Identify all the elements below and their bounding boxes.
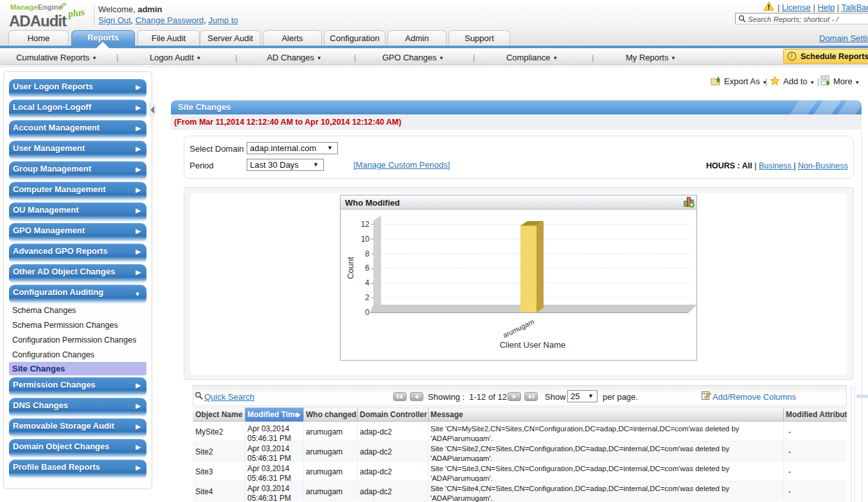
svg-text:6: 6 — [365, 264, 369, 273]
svg-text:Client User Name: Client User Name — [500, 340, 566, 350]
svg-text:4: 4 — [365, 278, 369, 287]
svg-text:2: 2 — [365, 293, 369, 302]
svg-text:0: 0 — [365, 308, 369, 317]
svg-text:10: 10 — [361, 235, 370, 244]
svg-text:8: 8 — [365, 249, 369, 258]
svg-text:Count: Count — [346, 256, 355, 279]
svg-text:arumugam: arumugam — [502, 318, 536, 339]
svg-text:12: 12 — [361, 220, 370, 229]
